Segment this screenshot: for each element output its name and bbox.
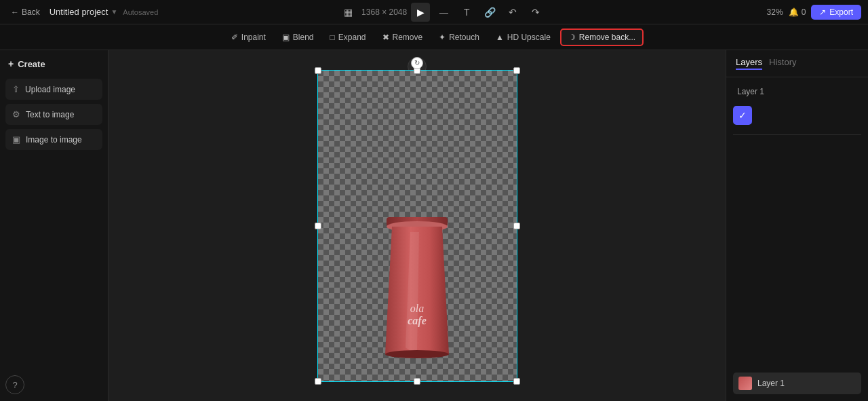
history-tab[interactable]: History: [769, 57, 796, 70]
sidebar: + Create ⇧ Upload image ⚙ Text to image …: [0, 50, 108, 401]
main-area: + Create ⇧ Upload image ⚙ Text to image …: [0, 50, 868, 401]
text-to-image-icon: ⚙: [12, 109, 20, 119]
create-label: Create: [18, 59, 45, 69]
export-button[interactable]: ↗ Export: [811, 5, 861, 20]
remove-background-label: Remove back...: [579, 33, 635, 42]
image-to-image-button[interactable]: ▣ Image to image: [5, 129, 102, 150]
svg-text:ola: ola: [410, 303, 424, 314]
topbar-center: ▦ 1368 × 2048 ▶ ⸻ T 🔗 ↶ ↷: [163, 3, 720, 22]
layer-item-label: Layer 1: [757, 379, 785, 388]
redo-button[interactable]: ↷: [526, 3, 545, 22]
topbar-left: ← Back Untitled project ▼ Autosaved: [7, 6, 158, 18]
remove-button[interactable]: ✖ Remove: [376, 30, 430, 45]
resize-handle-bl[interactable]: [315, 378, 321, 385]
remove-background-button[interactable]: ☽ Remove back...: [560, 28, 644, 46]
back-button[interactable]: ← Back: [7, 6, 44, 18]
back-arrow-icon: ←: [11, 7, 19, 17]
blend-icon: ▣: [282, 33, 290, 42]
upscale-icon: ▲: [496, 33, 504, 42]
svg-text:cafe: cafe: [408, 315, 427, 327]
drink-cup-image: ola cafe: [373, 212, 461, 368]
back-label: Back: [22, 7, 40, 17]
resize-handle-br[interactable]: [513, 378, 520, 385]
inpaint-label: Inpaint: [241, 33, 266, 42]
layers-tab[interactable]: Layers: [736, 57, 762, 70]
dimension-label: 1368 × 2048: [361, 7, 407, 17]
resize-handle-tr[interactable]: [513, 67, 520, 74]
layer-check-icon[interactable]: ✓: [733, 106, 752, 125]
resize-handle-ml[interactable]: [315, 223, 321, 229]
top-bar: ← Back Untitled project ▼ Autosaved ▦ 13…: [0, 0, 868, 24]
expand-icon: □: [330, 33, 335, 42]
expand-button[interactable]: □ Expand: [323, 30, 373, 45]
layer-1-item[interactable]: Layer 1: [733, 373, 861, 394]
help-button[interactable]: ?: [5, 375, 24, 394]
resize-handle-mr[interactable]: [513, 223, 520, 229]
topbar-right: 32% 🔔 0 ↗ Export: [726, 5, 861, 20]
undo-button[interactable]: ↶: [503, 3, 522, 22]
zoom-label[interactable]: 32%: [767, 7, 783, 17]
create-icon: +: [8, 58, 14, 69]
text-to-image-button[interactable]: ⚙ Text to image: [5, 104, 102, 125]
lasso-tool-button[interactable]: ⸻: [434, 3, 453, 22]
layer-thumb-row: ✓: [733, 106, 861, 125]
resize-handle-bc[interactable]: [414, 378, 420, 385]
upscale-button[interactable]: ▲ HD Upscale: [489, 30, 557, 45]
layer-color-thumbnail: [738, 377, 752, 390]
resize-handle-tl[interactable]: [315, 67, 321, 74]
remove-background-icon: ☽: [568, 33, 576, 42]
remove-label: Remove: [393, 33, 423, 42]
right-panel: Layers History Layer 1 ✓ Layer 1: [726, 50, 868, 401]
retouch-label: Retouch: [449, 33, 479, 42]
remove-icon: ✖: [382, 33, 389, 42]
inpaint-button[interactable]: ✐ Inpaint: [224, 30, 273, 45]
canvas-area[interactable]: ↻: [108, 50, 726, 401]
export-arrow-icon: ↗: [819, 7, 826, 17]
blend-button[interactable]: ▣ Blend: [275, 30, 321, 45]
chevron-down-icon: ▼: [111, 8, 117, 16]
rotate-handle[interactable]: ↻: [411, 57, 423, 69]
notification-button[interactable]: 🔔 0: [789, 7, 806, 17]
notif-count: 0: [802, 7, 806, 17]
image-to-image-icon: ▣: [12, 134, 20, 145]
bell-icon: 🔔: [789, 7, 799, 17]
retouch-icon: ✦: [439, 33, 446, 42]
svg-point-5: [385, 350, 449, 358]
upload-image-button[interactable]: ⇧ Upload image: [5, 79, 102, 100]
select-tool-button[interactable]: ▶: [411, 3, 430, 22]
sidebar-bottom: ?: [5, 375, 102, 394]
toolbar: ✐ Inpaint ▣ Blend □ Expand ✖ Remove ✦ Re…: [0, 24, 868, 50]
link-tool-button[interactable]: 🔗: [480, 3, 499, 22]
retouch-button[interactable]: ✦ Retouch: [432, 30, 486, 45]
layer1-static-name: Layer 1: [733, 84, 861, 99]
expand-label: Expand: [338, 33, 366, 42]
frame-tool-button[interactable]: ▦: [338, 3, 357, 22]
project-title[interactable]: Untitled project ▼: [50, 7, 118, 17]
upload-image-label: Upload image: [25, 85, 75, 94]
inpaint-icon: ✐: [231, 33, 238, 42]
text-tool-button[interactable]: T: [457, 3, 476, 22]
text-to-image-label: Text to image: [26, 110, 74, 119]
autosaved-label: Autosaved: [123, 8, 158, 16]
canvas-image[interactable]: ola cafe ↻: [317, 70, 517, 382]
image-to-image-label: Image to image: [26, 135, 82, 145]
project-title-text: Untitled project: [50, 7, 108, 17]
sidebar-create-header: + Create: [5, 57, 102, 75]
layers-divider: [733, 134, 861, 135]
right-panel-header: Layers History: [726, 50, 868, 77]
blend-label: Blend: [293, 33, 314, 42]
upload-icon: ⇧: [12, 84, 20, 94]
upscale-label: HD Upscale: [507, 33, 551, 42]
export-label: Export: [829, 7, 853, 17]
layers-content: Layer 1 ✓ Layer 1: [726, 77, 868, 401]
